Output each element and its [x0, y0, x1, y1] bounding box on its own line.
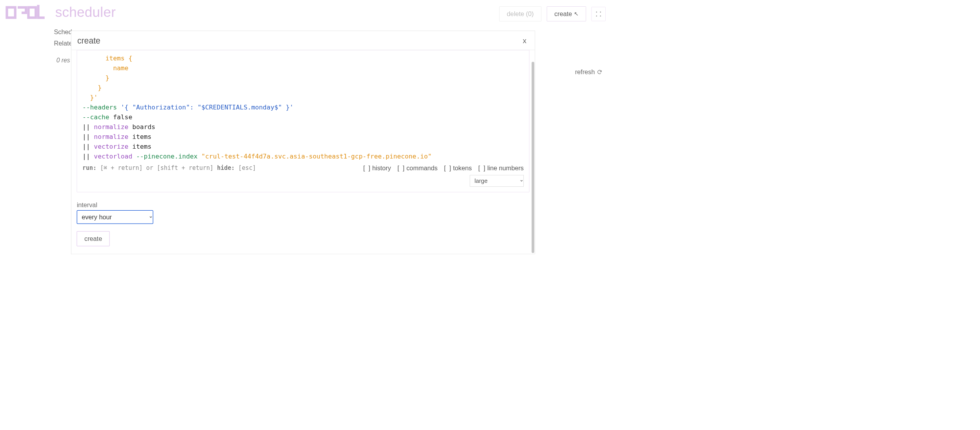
svg-point-2: [596, 11, 597, 13]
tab-scheduled[interactable]: Sched: [54, 26, 72, 38]
create-modal: create x items { name } } }' --headers '…: [71, 31, 535, 254]
code-editor[interactable]: items { name } } }' --headers '{ "Author…: [82, 53, 524, 161]
refresh-icon: [597, 69, 602, 75]
svg-rect-1: [29, 7, 36, 18]
svg-point-4: [596, 15, 597, 16]
crul-logo-icon: [5, 3, 48, 22]
app-root: scheduler delete (0) create ↖ Sched Rela…: [0, 0, 612, 269]
code-panel: items { name } } }' --headers '{ "Author…: [77, 50, 530, 193]
refresh-button[interactable]: refresh: [575, 68, 602, 76]
modal-title: create: [77, 36, 100, 45]
svg-rect-0: [7, 7, 15, 18]
interval-select[interactable]: every hour: [77, 210, 153, 224]
modal-create-button-label: create: [84, 235, 102, 242]
modal-close-button[interactable]: x: [523, 36, 526, 45]
app-header: scheduler delete (0) create ↖: [0, 0, 612, 26]
modal-header: create x: [71, 31, 535, 50]
svg-point-5: [600, 15, 601, 16]
editor-toggles: [ ] history [ ] commands [ ] tokens [ ] …: [363, 164, 524, 172]
create-button-top-label: create: [554, 10, 572, 18]
hint-right: [ ] history [ ] commands [ ] tokens [ ] …: [363, 164, 524, 186]
interval-label: interval: [77, 201, 530, 209]
toggle-tokens[interactable]: [ ] tokens: [444, 164, 472, 172]
toggle-linenumbers[interactable]: [ ] line numbers: [478, 164, 524, 172]
toggle-commands[interactable]: [ ] commands: [397, 164, 438, 172]
header-actions: delete (0) create ↖: [499, 6, 605, 21]
create-button-top[interactable]: create ↖: [547, 6, 586, 21]
svg-point-3: [600, 11, 601, 13]
modal-scrollbar[interactable]: [532, 62, 534, 253]
refresh-label: refresh: [575, 68, 595, 76]
modal-create-button[interactable]: create: [77, 231, 110, 246]
hint-shortcuts: run: [⌘ + return] or [shift + return] hi…: [82, 164, 256, 171]
fullscreen-icon: [596, 11, 601, 17]
tab-related[interactable]: Relate: [54, 38, 73, 49]
toggle-history[interactable]: [ ] history: [363, 164, 391, 172]
delete-button[interactable]: delete (0): [499, 6, 541, 21]
fullscreen-button[interactable]: [592, 7, 606, 21]
delete-button-label: delete (0): [507, 10, 534, 18]
app-logo: [5, 3, 48, 22]
editor-size-select[interactable]: large: [470, 175, 524, 186]
page-title: scheduler: [55, 4, 116, 20]
interval-block: interval every hour: [77, 201, 530, 224]
code-hints: run: [⌘ + return] or [shift + return] hi…: [82, 164, 524, 186]
modal-body: items { name } } }' --headers '{ "Author…: [71, 50, 535, 254]
arrow-up-left-icon: ↖: [574, 11, 578, 17]
